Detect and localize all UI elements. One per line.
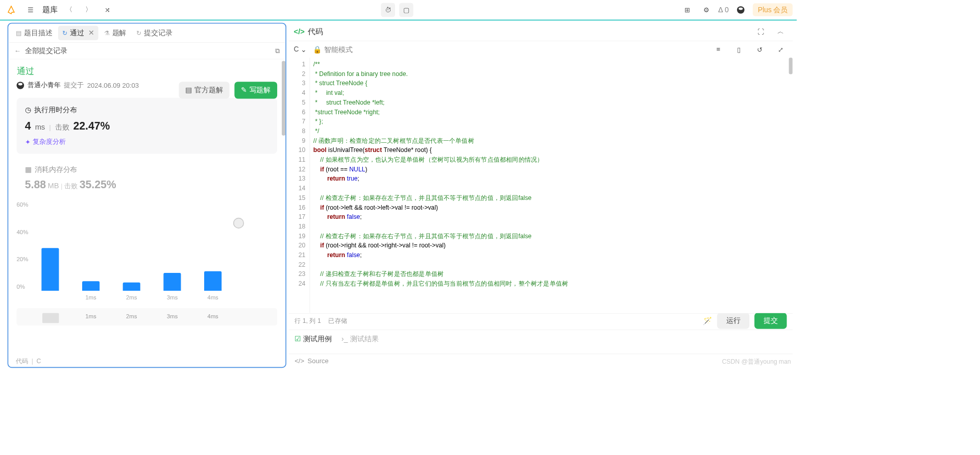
terminal-icon: ›_ bbox=[341, 335, 348, 343]
submit-button[interactable]: 提交 bbox=[754, 313, 787, 329]
check-icon: ☑ bbox=[295, 335, 301, 343]
history-icon: ↻ bbox=[136, 29, 142, 37]
logo-icon[interactable] bbox=[4, 3, 18, 17]
chart-minimap[interactable]: 1ms 2ms 3ms 4ms bbox=[17, 308, 278, 325]
doc-icon: ▤ bbox=[185, 86, 192, 94]
format-icon[interactable]: ≡ bbox=[711, 42, 725, 57]
settings-icon[interactable]: ⚙ bbox=[699, 3, 714, 17]
collapse-icon[interactable]: ︿ bbox=[773, 24, 788, 39]
avatar-icon[interactable] bbox=[734, 3, 748, 17]
code-header: </>代码 ⛶ ︿ bbox=[289, 23, 793, 41]
tab-pass[interactable]: ↻通过✕ bbox=[58, 26, 99, 40]
fire-icon: ᐃ bbox=[718, 6, 723, 14]
save-status: 已存储 bbox=[328, 317, 347, 324]
left-panel: ▤题目描述 ↻通过✕ ⚗题解 ↻提交记录 ← 全部提交记录 ⧉ 通过 ▤官方题解… bbox=[8, 23, 286, 368]
lock-icon: 🔒 bbox=[313, 45, 322, 54]
chevron-down-icon: ⌄ bbox=[301, 45, 306, 54]
cursor-position: 行 1, 列 1 bbox=[295, 317, 321, 324]
runtime-chart: 60% 40% 20% 0% 1ms2ms3ms4ms bbox=[17, 201, 278, 305]
chip-icon: ▦ bbox=[25, 165, 32, 174]
submitted-prefix: 提交于 bbox=[64, 81, 84, 90]
left-footer: 代码|C bbox=[16, 358, 41, 365]
fullscreen-icon[interactable]: ⤢ bbox=[773, 42, 788, 57]
code-icon: </> bbox=[295, 357, 304, 365]
complexity-link[interactable]: ✦复杂度分析 bbox=[25, 138, 269, 146]
tab-testresults[interactable]: ›_测试结果 bbox=[341, 334, 378, 344]
problem-library-link[interactable]: 题库 bbox=[42, 5, 57, 15]
runtime-card[interactable]: ◷执行用时分布 4 ms | 击败 22.47% ✦复杂度分析 bbox=[17, 98, 278, 154]
memory-value: 5.88 bbox=[25, 179, 46, 191]
source-bar[interactable]: </>Source bbox=[289, 353, 793, 368]
status-text: 通过 bbox=[17, 65, 278, 77]
chart-bar[interactable] bbox=[163, 273, 181, 291]
username[interactable]: 普通小青年 bbox=[28, 81, 61, 90]
editor-status-line: 行 1, 列 1 已存储 🪄 运行 提交 bbox=[289, 313, 793, 328]
close-icon[interactable]: ✕ bbox=[88, 29, 94, 37]
subheader-title: 全部提交记录 bbox=[25, 46, 67, 56]
clock-icon: ◷ bbox=[25, 106, 31, 114]
plus-member-button[interactable]: Plus 会员 bbox=[753, 4, 793, 16]
next-icon[interactable]: 〉 bbox=[81, 3, 95, 17]
test-tabs: ☑测试用例 ›_测试结果 bbox=[289, 330, 793, 348]
prev-icon[interactable]: 〈 bbox=[62, 3, 77, 17]
note-icon[interactable]: ▢ bbox=[399, 3, 413, 17]
sub-header: ← 全部提交记录 ⧉ bbox=[8, 43, 285, 60]
flask-icon: ⚗ bbox=[104, 29, 110, 37]
back-arrow-icon[interactable]: ← bbox=[14, 47, 21, 55]
language-select[interactable]: C⌄ bbox=[294, 45, 307, 54]
right-panel: </>代码 ⛶ ︿ C⌄ 🔒智能模式 ≡ ▯ ↺ ⤢ 1234567891011… bbox=[289, 23, 793, 368]
editor-scrollbar[interactable] bbox=[789, 58, 793, 74]
chart-avatar-marker bbox=[233, 218, 244, 229]
user-icon bbox=[17, 82, 24, 89]
timer-icon[interactable]: ⏱ bbox=[381, 3, 396, 17]
chart-bar[interactable] bbox=[82, 281, 100, 291]
tab-description[interactable]: ▤题目描述 bbox=[12, 26, 57, 40]
memory-card[interactable]: ▦消耗内存分布 5.88 MB | 击败 35.25% bbox=[17, 163, 278, 193]
history-icon: ↻ bbox=[62, 29, 68, 37]
chart-bar[interactable] bbox=[204, 271, 222, 291]
left-tabs: ▤题目描述 ↻通过✕ ⚗题解 ↻提交记录 bbox=[8, 23, 285, 42]
submitted-time: 2024.06.09 20:03 bbox=[87, 82, 139, 89]
chart-bar[interactable] bbox=[123, 283, 140, 291]
watermark: CSDN @普通young man bbox=[722, 358, 791, 366]
reset-icon[interactable]: ↺ bbox=[753, 42, 767, 57]
runtime-beats: 22.47% bbox=[74, 120, 110, 133]
code-editor[interactable]: 123456789101112131415161718192021222324 … bbox=[289, 58, 793, 313]
ai-assist-icon[interactable]: 🪄 bbox=[703, 316, 712, 325]
code-options: C⌄ 🔒智能模式 ≡ ▯ ↺ ⤢ bbox=[289, 41, 793, 58]
edit-icon: ✎ bbox=[241, 86, 247, 94]
sparkle-icon: ✦ bbox=[25, 138, 31, 146]
submission-content: 通过 ▤官方题解 ✎写题解 普通小青年 提交于 2024.06.09 20:03… bbox=[8, 59, 285, 367]
chart-bar[interactable] bbox=[41, 248, 59, 291]
list-icon[interactable]: ☰ bbox=[23, 3, 38, 17]
tab-submissions[interactable]: ↻提交记录 bbox=[132, 26, 177, 40]
bookmark-icon[interactable]: ▯ bbox=[732, 42, 746, 57]
mode-select[interactable]: 🔒智能模式 bbox=[313, 44, 352, 54]
top-bar: ☰ 题库 〈 〉 ⤨ ⏱ ▢ ⊞ ⚙ ᐃ0 Plus 会员 bbox=[0, 0, 797, 21]
runtime-value: 4 bbox=[25, 120, 31, 133]
tab-testcases[interactable]: ☑测试用例 bbox=[295, 334, 331, 344]
expand-icon[interactable]: ⛶ bbox=[753, 24, 768, 39]
shuffle-icon[interactable]: ⤨ bbox=[101, 3, 115, 17]
code-icon: </> bbox=[294, 28, 305, 36]
official-solution-button[interactable]: ▤官方题解 bbox=[179, 82, 229, 98]
write-solution-button[interactable]: ✎写题解 bbox=[234, 82, 277, 98]
memory-beats: 35.25% bbox=[80, 179, 116, 191]
tab-solution[interactable]: ⚗题解 bbox=[100, 26, 130, 40]
streak-counter[interactable]: ᐃ0 bbox=[718, 6, 729, 14]
run-button[interactable]: 运行 bbox=[717, 313, 749, 329]
grid-icon[interactable]: ⊞ bbox=[680, 3, 694, 17]
doc-icon: ▤ bbox=[16, 29, 21, 37]
share-icon[interactable]: ⧉ bbox=[275, 47, 280, 55]
